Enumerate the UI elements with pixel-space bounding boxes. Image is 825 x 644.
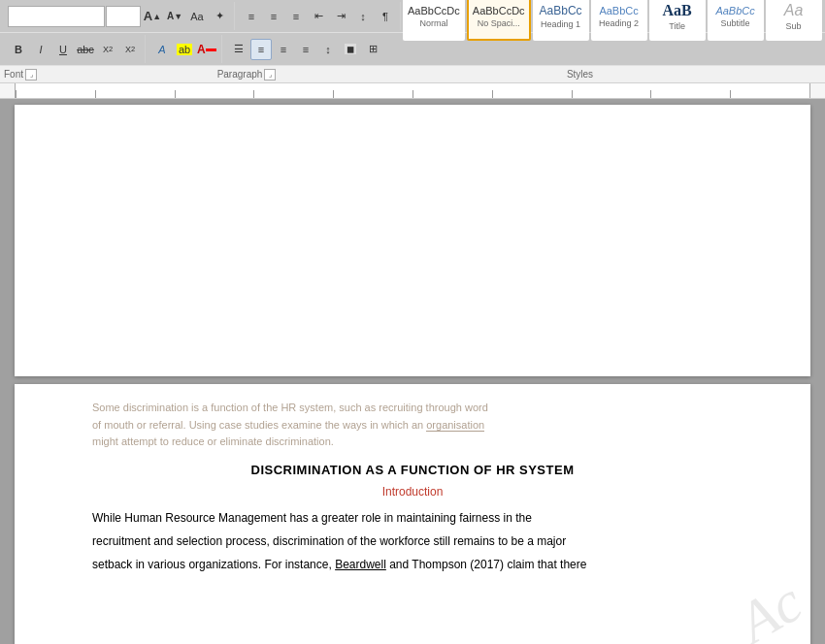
- style-subtitle-label: Subtitle: [721, 18, 750, 28]
- ruler: [0, 83, 825, 99]
- align-left-icon: ☰: [234, 43, 244, 55]
- style-subtitle-preview: AaBbCc: [715, 5, 754, 16]
- organisation-link[interactable]: organisation: [426, 419, 484, 432]
- strikethrough-button[interactable]: abc: [75, 39, 96, 60]
- line-spacing-icon: ↕: [325, 44, 331, 55]
- style-title-label: Title: [669, 21, 685, 31]
- bullets-button[interactable]: ≡: [241, 6, 262, 27]
- paragraph-group-row1: ≡ ≡ ≡ ⇤ ⇥ ↕ ¶: [237, 2, 401, 30]
- watermark: Ac: [727, 568, 813, 644]
- shading-button[interactable]: ◼: [340, 39, 361, 60]
- change-case-button[interactable]: Aa: [186, 6, 208, 27]
- body-para-3: setback in various organizations. For in…: [92, 553, 733, 576]
- shrink-font-button[interactable]: A ▼: [164, 6, 185, 27]
- style-h2-preview: AaBbCc: [599, 5, 638, 16]
- style-normal-label: Normal: [419, 18, 447, 28]
- align-right-button[interactable]: ≡: [273, 39, 294, 60]
- change-case-icon: Aa: [190, 11, 203, 22]
- font-expand-button[interactable]: ⌟: [25, 69, 37, 80]
- toolbar-row1: Calibri 11 A ▲ A ▼ Aa ✦ ≡ ≡: [0, 0, 825, 33]
- subscript-button[interactable]: X2: [97, 39, 118, 60]
- style-title-preview: AaB: [662, 2, 691, 19]
- font-name-input[interactable]: Calibri: [8, 6, 105, 27]
- align-left-button[interactable]: ☰: [228, 39, 249, 60]
- bullets-icon: ≡: [248, 11, 254, 22]
- style-h1-preview: AaBbCc: [540, 4, 582, 17]
- align-center-button[interactable]: ≡: [250, 39, 272, 60]
- shading-icon: ◼: [345, 44, 356, 54]
- shrink-icon-small: ▼: [174, 12, 182, 21]
- multilevel-icon: ≡: [293, 11, 299, 22]
- doc-title: DISCRIMINATION AS A FUNCTION OF HR SYSTE…: [92, 463, 733, 477]
- styles-section-label: Styles: [339, 69, 821, 80]
- underline-button[interactable]: U: [52, 39, 74, 60]
- decrease-indent-icon: ⇤: [314, 10, 323, 22]
- style-nospace-label: No Spaci...: [478, 18, 520, 28]
- intro-heading: Introduction: [92, 485, 733, 499]
- body-para-2: recruitment and selection process, discr…: [92, 530, 733, 553]
- font-color-button[interactable]: A: [196, 39, 217, 60]
- paragraph-expand-button[interactable]: ⌟: [264, 69, 276, 80]
- toolbar-row2: B I U abc X2 X2 A ab A ☰ ≡: [0, 33, 825, 66]
- bold-button[interactable]: B: [8, 39, 29, 60]
- text-effects-group: A ab A: [148, 35, 222, 63]
- pilcrow-icon: ¶: [382, 11, 388, 22]
- content-area: Some discrimination is a function of the…: [0, 99, 825, 644]
- beardwell-link: Beardwell: [335, 558, 386, 571]
- clear-formatting-button[interactable]: ✦: [209, 6, 230, 27]
- clear-format-icon: ✦: [215, 10, 224, 22]
- page-1: [15, 105, 810, 376]
- sort-icon: ↕: [360, 11, 366, 22]
- highlight-icon: ab: [177, 44, 192, 55]
- justify-button[interactable]: ≡: [295, 39, 316, 60]
- style-normal-preview: AaBbCcDc: [408, 5, 460, 16]
- increase-indent-button[interactable]: ⇥: [330, 6, 351, 27]
- numbering-button[interactable]: ≡: [263, 6, 284, 27]
- align-right-icon: ≡: [280, 44, 286, 55]
- style-h1-label: Heading 1: [541, 19, 580, 29]
- paragraph-section-label: Paragraph ⌟: [154, 69, 339, 80]
- superscript-button[interactable]: X2: [119, 39, 141, 60]
- numbering-icon: ≡: [271, 11, 277, 22]
- align-center-icon: ≡: [258, 44, 264, 55]
- font-section-label: Font ⌟: [4, 69, 154, 80]
- show-para-button[interactable]: ¶: [375, 6, 396, 27]
- font-size-input[interactable]: 11: [106, 6, 141, 27]
- increase-indent-icon: ⇥: [337, 10, 346, 22]
- ruler-inner: [15, 83, 810, 98]
- text-highlight-button[interactable]: ab: [174, 39, 195, 60]
- borders-button[interactable]: ⊞: [362, 39, 383, 60]
- text-effect-button[interactable]: A: [151, 39, 173, 60]
- sort-button[interactable]: ↕: [352, 6, 374, 27]
- doc-body: While Human Resource Management has a gr…: [92, 506, 733, 576]
- italic-button[interactable]: I: [30, 39, 51, 60]
- font-group: Calibri 11 A ▲ A ▼ Aa ✦: [4, 2, 235, 30]
- grow-icon: A: [144, 9, 152, 23]
- multilevel-button[interactable]: ≡: [285, 6, 307, 27]
- body-para-1: While Human Resource Management has a gr…: [92, 506, 733, 530]
- grow-font-button[interactable]: A ▲: [142, 6, 163, 27]
- paragraph-format-group: ☰ ≡ ≡ ≡ ↕ ◼ ⊞: [224, 35, 387, 63]
- style-sub-preview: Aa: [784, 2, 804, 19]
- app-window: Calibri 11 A ▲ A ▼ Aa ✦ ≡ ≡: [0, 0, 825, 644]
- grow-icon-small: ▲: [152, 12, 161, 21]
- line-spacing-button[interactable]: ↕: [317, 39, 339, 60]
- page-2: Some discrimination is a function of the…: [15, 384, 810, 644]
- shrink-icon: A: [167, 11, 174, 21]
- gray-para: Some discrimination is a function of the…: [92, 400, 733, 451]
- style-sub-label: Sub: [786, 21, 802, 31]
- decrease-indent-button[interactable]: ⇤: [308, 6, 329, 27]
- style-h2-label: Heading 2: [599, 18, 639, 28]
- font-format-group: B I U abc X2 X2: [4, 35, 146, 63]
- borders-icon: ⊞: [369, 43, 378, 55]
- justify-icon: ≡: [303, 44, 309, 55]
- style-nospace-preview: AaBbCcDc: [473, 5, 525, 16]
- section-labels-row: Font ⌟ Paragraph ⌟ Styles: [0, 66, 825, 83]
